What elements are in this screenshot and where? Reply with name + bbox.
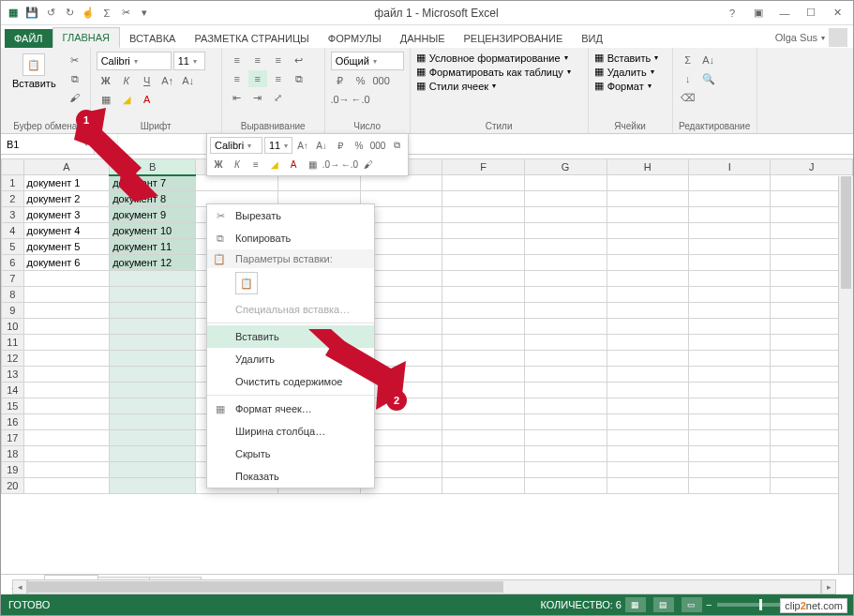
- cell-A6[interactable]: документ 6: [23, 255, 110, 271]
- cell-I3[interactable]: [689, 207, 771, 223]
- cell-G20[interactable]: [524, 478, 607, 494]
- underline-button[interactable]: Ч: [138, 72, 157, 89]
- font-name-combo[interactable]: Calibri▾: [97, 52, 172, 70]
- tab-home[interactable]: ГЛАВНАЯ: [52, 27, 120, 48]
- cell-G15[interactable]: [524, 398, 607, 414]
- cell-I20[interactable]: [689, 478, 771, 494]
- cell-H6[interactable]: [607, 255, 689, 271]
- cell-I9[interactable]: [689, 303, 771, 319]
- cell-F3[interactable]: [442, 207, 525, 223]
- cell-I8[interactable]: [689, 287, 771, 303]
- cell-A8[interactable]: [23, 287, 110, 303]
- row-header-15[interactable]: 15: [2, 398, 24, 414]
- row-header-17[interactable]: 17: [2, 430, 24, 446]
- column-header-I[interactable]: I: [689, 159, 771, 175]
- cell-C1[interactable]: [196, 175, 278, 191]
- fill-icon[interactable]: ↓: [679, 70, 697, 87]
- tab-file[interactable]: ФАЙЛ: [5, 29, 52, 48]
- cell-A11[interactable]: [23, 335, 110, 351]
- delete-cells-button[interactable]: ▦Удалить▾: [594, 66, 654, 78]
- row-header-18[interactable]: 18: [2, 446, 24, 462]
- cell-H1[interactable]: [607, 175, 689, 191]
- row-header-5[interactable]: 5: [2, 239, 24, 255]
- ctx-cut[interactable]: ✂Вырезать: [207, 204, 374, 227]
- cell-F19[interactable]: [442, 462, 525, 478]
- tab-formulas[interactable]: ФОРМУЛЫ: [319, 29, 391, 48]
- cell-H4[interactable]: [607, 223, 689, 239]
- mini-percent-icon[interactable]: %: [351, 137, 367, 154]
- cell-B8[interactable]: [110, 287, 196, 303]
- align-top-icon[interactable]: ≡: [228, 52, 247, 68]
- cell-D1[interactable]: [277, 175, 360, 191]
- cell-I10[interactable]: [689, 319, 771, 335]
- cell-G13[interactable]: [524, 367, 607, 383]
- zoom-out-button[interactable]: −: [706, 599, 712, 610]
- border-button[interactable]: ▦: [97, 91, 115, 108]
- cell-F20[interactable]: [442, 478, 525, 494]
- row-header-14[interactable]: 14: [2, 383, 24, 398]
- mini-size-combo[interactable]: 11▾: [264, 137, 292, 154]
- tab-insert[interactable]: ВСТАВКА: [120, 29, 185, 48]
- cell-I16[interactable]: [689, 414, 771, 430]
- cell-H14[interactable]: [607, 383, 689, 398]
- ctx-column-width[interactable]: Ширина столбца…: [207, 420, 374, 443]
- cell-G4[interactable]: [524, 223, 607, 239]
- cell-B10[interactable]: [110, 319, 196, 335]
- cell-I13[interactable]: [689, 367, 771, 383]
- fill-color-button[interactable]: ◢: [117, 91, 136, 108]
- horizontal-scrollbar[interactable]: ◂ ▸: [12, 579, 836, 594]
- align-bottom-icon[interactable]: ≡: [269, 52, 288, 68]
- mini-merge-icon[interactable]: ⧉: [388, 137, 405, 154]
- cell-F15[interactable]: [442, 398, 525, 414]
- cell-I7[interactable]: [689, 271, 771, 287]
- undo-icon[interactable]: ↺: [42, 5, 59, 22]
- column-header-J[interactable]: J: [771, 159, 853, 175]
- hscroll-track[interactable]: [27, 579, 821, 594]
- cell-A9[interactable]: [23, 303, 110, 319]
- wrap-text-icon[interactable]: ↩: [290, 52, 308, 68]
- cell-H20[interactable]: [607, 478, 689, 494]
- cell-A16[interactable]: [23, 414, 110, 430]
- cell-B9[interactable]: [110, 303, 196, 319]
- worksheet-grid[interactable]: ABCDEFGHIJ1документ 1документ 72документ…: [1, 158, 853, 494]
- mini-decimal-dec-icon[interactable]: ←.0: [341, 156, 358, 173]
- cut-icon[interactable]: ✂: [117, 5, 134, 22]
- cell-I2[interactable]: [689, 191, 771, 207]
- mini-align-icon[interactable]: ≡: [247, 156, 264, 173]
- view-normal-icon[interactable]: ▦: [625, 597, 646, 612]
- cell-G5[interactable]: [524, 239, 607, 255]
- format-as-table-button[interactable]: ▦Форматировать как таблицу▾: [416, 66, 571, 78]
- cell-A14[interactable]: [23, 383, 110, 398]
- cell-F10[interactable]: [442, 319, 525, 335]
- paste-option-button[interactable]: 📋: [235, 272, 258, 294]
- cell-I18[interactable]: [689, 446, 771, 462]
- align-center-icon[interactable]: ≡: [248, 70, 267, 87]
- save-icon[interactable]: 💾: [23, 5, 40, 22]
- row-header-3[interactable]: 3: [2, 207, 24, 223]
- select-all-corner[interactable]: [2, 159, 24, 175]
- row-header-1[interactable]: 1: [2, 175, 24, 191]
- cell-B11[interactable]: [110, 335, 196, 351]
- cell-I19[interactable]: [689, 462, 771, 478]
- font-size-combo[interactable]: 11▾: [173, 52, 205, 70]
- decrease-indent-icon[interactable]: ⇤: [228, 89, 247, 106]
- mini-increase-font-icon[interactable]: A↑: [294, 137, 311, 154]
- cell-F12[interactable]: [442, 351, 525, 367]
- scroll-thumb[interactable]: [841, 176, 851, 289]
- mini-decimal-inc-icon[interactable]: .0→: [322, 156, 339, 173]
- cell-B17[interactable]: [110, 430, 196, 446]
- increase-decimal-icon[interactable]: .0→: [331, 91, 350, 108]
- cell-I15[interactable]: [689, 398, 771, 414]
- cell-G2[interactable]: [524, 191, 607, 207]
- cell-B7[interactable]: [110, 271, 196, 287]
- cell-A18[interactable]: [23, 446, 110, 462]
- cell-H12[interactable]: [607, 351, 689, 367]
- cell-G17[interactable]: [524, 430, 607, 446]
- increase-font-icon[interactable]: A↑: [158, 72, 177, 89]
- sum-icon[interactable]: Σ: [98, 5, 115, 22]
- cell-H9[interactable]: [607, 303, 689, 319]
- column-header-H[interactable]: H: [607, 159, 689, 175]
- cell-A3[interactable]: документ 3: [23, 207, 110, 223]
- comma-icon[interactable]: 000: [372, 72, 391, 89]
- row-header-2[interactable]: 2: [2, 191, 24, 207]
